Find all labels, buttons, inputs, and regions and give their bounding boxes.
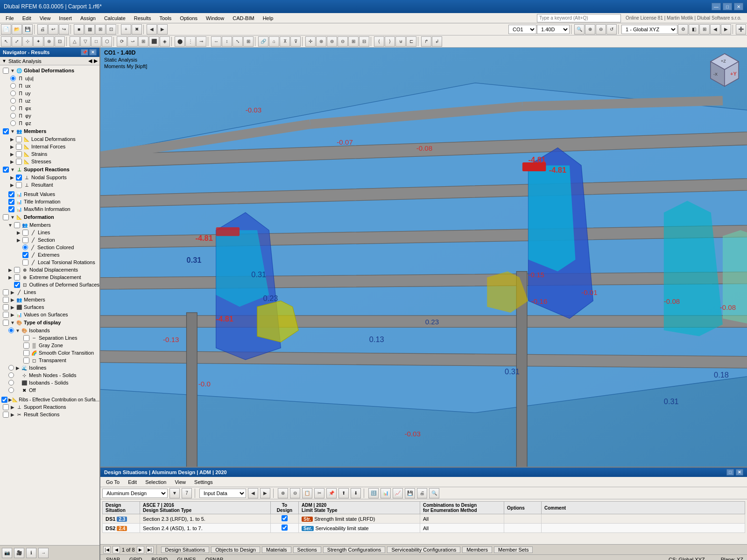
bottom-tb-b3[interactable]: 📋	[302, 488, 312, 498]
tb2-btn-34[interactable]: ⟩	[385, 36, 395, 47]
bottom-tb-b12[interactable]: 🖨	[417, 488, 427, 498]
bottom-tb-b1[interactable]: ⊕	[278, 488, 288, 498]
nav-sections[interactable]: Sections	[293, 546, 321, 553]
check-nodal-disp[interactable]	[14, 267, 20, 273]
tree-gray-zone[interactable]: ▒ Gray Zone	[17, 342, 99, 349]
nav-strength-config[interactable]: Strength Configurations	[323, 546, 386, 553]
tree-item-uuu[interactable]: Π u|u|	[9, 75, 99, 82]
menu-edit[interactable]: Edit	[19, 14, 35, 22]
tb2-btn-4[interactable]: ✦	[33, 36, 43, 47]
tree-item-phiz[interactable]: Π φz	[9, 119, 99, 127]
tree-nodal-disp[interactable]: ▶ ⊕ Nodal Displacements	[7, 266, 99, 273]
nav-video-button[interactable]: 🎥	[14, 548, 24, 558]
tree-ribs[interactable]: ▶ 📐 Ribs - Effective Contribution on Sur…	[0, 396, 99, 403]
tb-btn-nav-l[interactable]: ◀	[710, 24, 720, 35]
expand-surfaces-item[interactable]: ▶	[10, 305, 15, 310]
tb2-btn-15[interactable]: ◈	[160, 36, 170, 47]
tree-strains[interactable]: ▶ 📐 Strains	[9, 150, 99, 158]
expand-nodal[interactable]: ▶	[9, 175, 15, 180]
tree-separation-lines[interactable]: ╌ Separation Lines	[17, 334, 99, 342]
bottom-tb-b7[interactable]: ⬇	[351, 488, 361, 498]
check-support-reactions2[interactable]	[3, 404, 9, 410]
check-result-sections[interactable]	[3, 412, 9, 418]
tb-btn-7[interactable]: ◀	[147, 24, 157, 35]
menu-help[interactable]: Help	[259, 14, 277, 22]
tb2-btn-12[interactable]: ⤻	[127, 36, 138, 47]
bottom-tb-down[interactable]: ▼	[169, 488, 180, 498]
menu-calculate[interactable]: Calculate	[100, 14, 129, 22]
tree-deformation[interactable]: ▼ 📐 Deformation	[0, 213, 99, 221]
save-button[interactable]: 💾	[22, 24, 33, 35]
tb2-btn-38[interactable]: ↲	[432, 36, 442, 47]
tree-off[interactable]: ✖ Off	[7, 386, 99, 394]
check-type-display[interactable]	[3, 320, 9, 326]
expand-type-display[interactable]: ▼	[10, 320, 15, 325]
tb-btn-8[interactable]: ▶	[157, 24, 168, 35]
expand-support-reactions2[interactable]: ▶	[10, 405, 15, 410]
new-button[interactable]: 📄	[1, 24, 11, 35]
radio-mesh-nodes[interactable]	[8, 372, 14, 378]
menu-file[interactable]: File	[2, 14, 18, 22]
tree-item-uz[interactable]: Π uz	[9, 97, 99, 105]
status-grid[interactable]: GRID	[127, 556, 144, 560]
nav-members[interactable]: Members	[462, 546, 492, 553]
tree-members-item[interactable]: ▶ 👥 Members	[0, 296, 99, 303]
expand-global-def[interactable]: ▼	[10, 68, 15, 73]
load-case-combo[interactable]: CO1	[508, 25, 536, 34]
check-local-def[interactable]	[16, 136, 22, 142]
tree-isobands-solids[interactable]: ⬛ Isobands - Solids	[7, 379, 99, 386]
tb2-btn-16[interactable]: ⬤	[175, 36, 185, 47]
print-button[interactable]: 🖨	[37, 24, 48, 35]
page-last[interactable]: ▶|	[146, 546, 154, 553]
tb2-btn-18[interactable]: ⊸	[196, 36, 206, 47]
check-nodal[interactable]	[16, 175, 22, 181]
tb2-btn-21[interactable]: ⤡	[233, 36, 243, 47]
nav-info-button[interactable]: ℹ	[26, 548, 36, 558]
expand-support[interactable]: ▼	[10, 167, 15, 172]
tb2-btn-19[interactable]: ↔	[211, 36, 221, 47]
bottom-tb-7[interactable]: 7	[182, 488, 192, 498]
bottom-tb-b4[interactable]: ✂	[314, 488, 324, 498]
tb-btn-3[interactable]: ⊞	[95, 24, 106, 35]
bottom-tb-b9[interactable]: 📊	[381, 488, 391, 498]
tb-btn-5[interactable]: +	[121, 24, 131, 35]
nav-member-sets[interactable]: Member Sets	[494, 546, 533, 553]
tb2-btn-31[interactable]: ⊞	[348, 36, 359, 47]
tb-btn-9[interactable]: 🔍	[574, 24, 585, 35]
status-glines[interactable]: GLINES	[175, 556, 197, 560]
tree-support-reactions2[interactable]: ▶ ⊥ Support Reactions	[0, 403, 99, 411]
bottom-menu-goto[interactable]: Go To	[102, 478, 123, 486]
tb2-btn-35[interactable]: ⊎	[395, 36, 406, 47]
tb-btn-15[interactable]: ⊞	[699, 24, 710, 35]
radio-isobands[interactable]	[8, 328, 14, 333]
bottom-menu-view[interactable]: View	[171, 478, 190, 486]
tree-def-section-col[interactable]: ╱ Section Colored	[16, 244, 99, 251]
tree-result-values[interactable]: 📊 Result Values	[0, 190, 99, 198]
tb2-btn-30[interactable]: ⊝	[338, 36, 348, 47]
bottom-tb-b2[interactable]: ⊖	[290, 488, 300, 498]
tree-item-phix[interactable]: Π φx	[9, 105, 99, 112]
expand-members-item[interactable]: ▶	[10, 297, 15, 302]
tb2-btn-10[interactable]: ⬡	[102, 36, 112, 47]
nav-pin-button[interactable]: 📌	[81, 49, 88, 56]
bottom-tb-b5[interactable]: 📌	[326, 488, 337, 498]
check-smooth-color[interactable]	[23, 350, 29, 356]
tb2-btn-23[interactable]: 🔗	[258, 36, 268, 47]
radio-off[interactable]	[8, 387, 14, 393]
expand-ribs[interactable]: ▶	[8, 397, 12, 402]
expand-internal-forces[interactable]: ▶	[9, 144, 15, 149]
radio-phix[interactable]	[10, 105, 16, 111]
bottom-menu-edit[interactable]: Edit	[124, 478, 141, 486]
radio-isolines[interactable]	[8, 365, 14, 371]
coord-system-combo[interactable]: 1 - Global XYZ	[621, 25, 677, 34]
tb2-btn-32[interactable]: ⊟	[359, 36, 369, 47]
tb-btn-nav-r[interactable]: ▶	[721, 24, 731, 35]
tb2-btn-2[interactable]: ⤢	[12, 36, 22, 47]
tree-def-members[interactable]: ▼ 👥 Members	[7, 221, 99, 229]
check-support[interactable]	[3, 167, 9, 173]
maximize-button[interactable]: □	[723, 3, 732, 10]
menu-assign[interactable]: Assign	[77, 14, 99, 22]
tree-outlines[interactable]: ⊡ Outlines of Deformed Surfaces	[7, 281, 99, 288]
tree-stresses[interactable]: ▶ 📐 Stresses	[9, 158, 99, 165]
check-surfaces-item[interactable]	[3, 304, 9, 310]
